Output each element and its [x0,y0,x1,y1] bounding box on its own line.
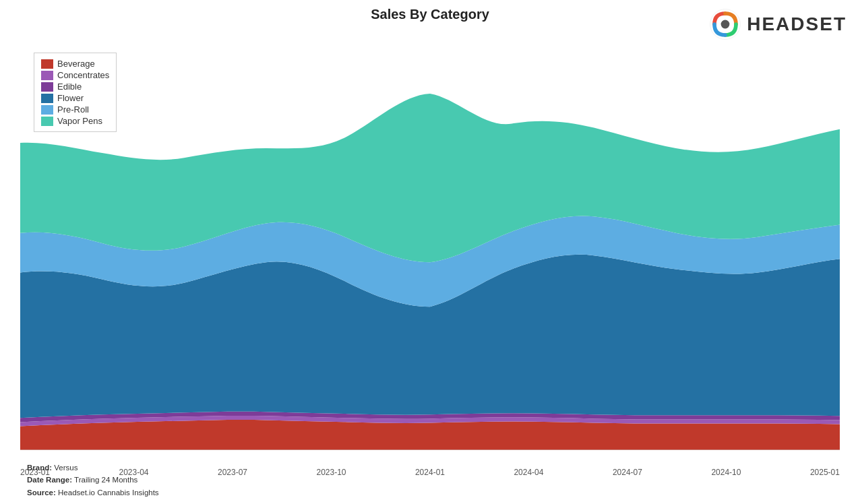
area-beverage [20,420,840,450]
footer-date-range: Date Range: Trailing 24 Months [27,474,159,486]
footer-brand: Brand: Versus [27,462,159,474]
svg-point-1 [721,20,730,29]
logo: HEADSET [709,8,847,40]
chart-area [20,47,840,450]
chart-legend: Beverage Concentrates Edible Flower Pre-… [34,53,117,132]
legend-item-beverage: Beverage [41,59,109,69]
legend-item-edible: Edible [41,82,109,92]
legend-label-concentrates: Concentrates [57,70,109,80]
legend-swatch-preroll [41,105,53,115]
legend-swatch-beverage [41,59,53,69]
x-label-2: 2023-07 [218,468,247,477]
legend-swatch-edible [41,82,53,92]
x-label-7: 2024-10 [711,468,741,477]
brand-value: Versus [54,464,78,472]
source-value: Headset.io Cannabis Insights [58,489,159,497]
legend-label-preroll: Pre-Roll [57,104,89,115]
legend-label-edible: Edible [57,82,82,92]
legend-swatch-concentrates [41,71,53,80]
headset-logo-icon [709,8,741,40]
legend-label-beverage: Beverage [57,59,95,69]
x-label-8: 2025-01 [810,468,840,477]
footer-info: Brand: Versus Date Range: Trailing 24 Mo… [27,462,159,499]
main-container: HEADSET Sales By Category Beverage Conce… [0,0,860,504]
x-label-5: 2024-04 [514,468,543,477]
legend-item-vaporpens: Vapor Pens [41,116,109,126]
legend-item-concentrates: Concentrates [41,70,109,80]
legend-swatch-flower [41,94,53,103]
chart-svg [20,47,840,450]
legend-item-preroll: Pre-Roll [41,104,109,115]
x-label-3: 2023-10 [316,468,346,477]
legend-label-vaporpens: Vapor Pens [57,116,102,126]
footer-source: Source: Headset.io Cannabis Insights [27,486,159,499]
legend-swatch-vaporpens [41,117,53,126]
x-label-4: 2024-01 [415,468,445,477]
legend-item-flower: Flower [41,93,109,103]
source-label: Source: [27,489,56,497]
brand-label: Brand: [27,464,52,472]
legend-label-flower: Flower [57,93,84,103]
x-label-6: 2024-07 [613,468,642,477]
date-range-label: Date Range: [27,476,72,484]
logo-text: HEADSET [747,13,847,35]
area-vaporpens [20,94,840,262]
date-range-value: Trailing 24 Months [74,476,137,484]
